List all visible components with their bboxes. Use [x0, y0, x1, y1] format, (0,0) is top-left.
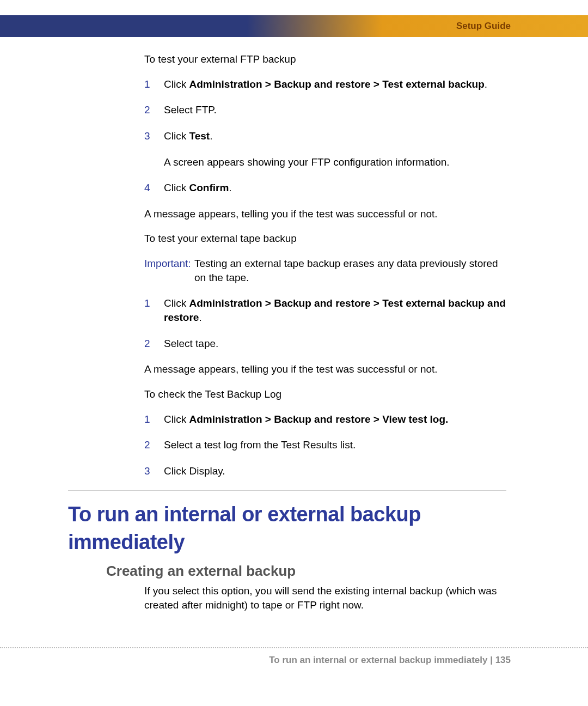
steps-tape: 1 Click Administration > Backup and rest… [144, 296, 506, 350]
step-text: Select tape. [164, 337, 506, 351]
step-number: 2 [144, 103, 164, 117]
steps-ftp: 1 Click Administration > Backup and rest… [144, 77, 506, 195]
important-label: Important: [144, 257, 194, 284]
step: 1 Click Administration > Backup and rest… [144, 296, 506, 324]
intro-ftp: To test your external FTP backup [144, 52, 506, 66]
msg-success: A message appears, telling you if the te… [144, 207, 506, 221]
important-note: Important: Testing an external tape back… [144, 257, 506, 284]
step-number: 2 [144, 438, 164, 452]
step: 2 Select FTP. [144, 103, 506, 117]
step: 4 Click Confirm. [144, 181, 506, 195]
step: 1 Click Administration > Backup and rest… [144, 412, 506, 427]
msg-success: A message appears, telling you if the te… [144, 362, 506, 376]
important-text: Testing an external tape backup erases a… [194, 257, 506, 284]
step-number: 1 [144, 77, 164, 92]
step-number: 3 [144, 464, 164, 478]
page-footer: To run an internal or external backup im… [0, 647, 588, 666]
step-number: 1 [144, 296, 164, 324]
step: 3 Click Display. [144, 464, 506, 478]
step-text: Click Administration > Backup and restor… [164, 412, 506, 427]
step-text: Click Administration > Backup and restor… [164, 296, 506, 324]
section-rule [68, 490, 506, 491]
subsection-para: If you select this option, you will send… [144, 584, 506, 612]
steps-log: 1 Click Administration > Backup and rest… [144, 412, 506, 478]
step-text: Click Test. A screen appears showing you… [164, 129, 506, 169]
page-content: To test your external FTP backup 1 Click… [0, 37, 588, 612]
intro-log: To check the Test Backup Log [144, 387, 506, 401]
step-text: Click Display. [164, 464, 506, 478]
subsection-heading: Creating an external backup [106, 562, 506, 581]
step-text: Select a test log from the Test Results … [164, 438, 506, 452]
step: 2 Select tape. [144, 337, 506, 351]
step-text: Click Administration > Backup and restor… [164, 77, 506, 92]
header-label: Setup Guide [456, 21, 511, 32]
step-number: 4 [144, 181, 164, 195]
step-number: 3 [144, 129, 164, 169]
footer-text: To run an internal or external backup im… [269, 655, 511, 665]
step-sub: A screen appears showing your FTP config… [164, 155, 506, 169]
intro-tape: To test your external tape backup [144, 232, 506, 246]
step: 1 Click Administration > Backup and rest… [144, 77, 506, 92]
header-bar: Setup Guide [0, 15, 588, 37]
section-heading: To run an internal or external backup im… [68, 501, 506, 557]
step-number: 1 [144, 412, 164, 427]
step-number: 2 [144, 337, 164, 351]
step-text: Click Confirm. [164, 181, 506, 195]
step: 2 Select a test log from the Test Result… [144, 438, 506, 452]
step-text: Select FTP. [164, 103, 506, 117]
step: 3 Click Test. A screen appears showing y… [144, 129, 506, 169]
